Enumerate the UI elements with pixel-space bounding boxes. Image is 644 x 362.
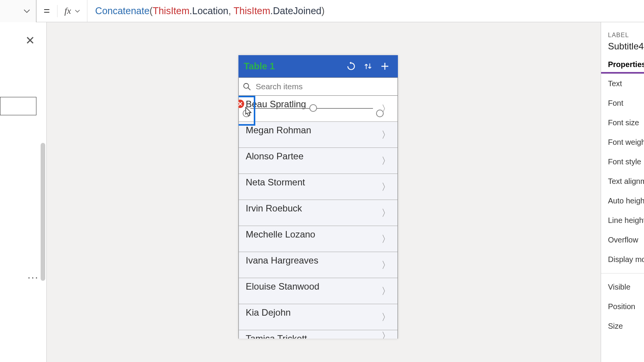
- formula-input[interactable]: Concatenate(ThisItem.Location, ThisItem.…: [87, 5, 325, 16]
- item-title: Kia Dejohn: [246, 307, 381, 318]
- list-item[interactable]: Mechelle Lozano 〉: [239, 226, 398, 252]
- token-thisitem: ThisItem: [233, 5, 270, 16]
- item-title: Megan Rohman: [246, 125, 381, 136]
- property-row[interactable]: Font size: [601, 113, 644, 133]
- item-title: Tamica Trickett: [246, 333, 381, 339]
- list-item[interactable]: Tamica Trickett 〉: [239, 330, 398, 339]
- left-panel: ✕ ···: [0, 22, 47, 362]
- chevron-right-icon[interactable]: 〉: [381, 207, 391, 219]
- chevron-down-icon: [23, 9, 30, 13]
- gallery-list: Beau Spratling 〉 ✕ Megan Rohman 〉 Alonso…: [238, 96, 398, 339]
- chevron-down-icon: [75, 9, 80, 13]
- app-header: Table 1: [238, 55, 398, 77]
- property-row[interactable]: Line height: [601, 211, 644, 230]
- list-item[interactable]: Ivana Hargreaves 〉: [239, 252, 398, 278]
- add-icon[interactable]: [377, 59, 393, 74]
- tab-properties[interactable]: Properties: [601, 57, 644, 74]
- list-item[interactable]: Elouise Stanwood 〉: [239, 278, 398, 304]
- control-type-label: LABEL: [601, 32, 644, 39]
- item-title: Neta Storment: [246, 177, 381, 188]
- refresh-icon[interactable]: [343, 59, 359, 74]
- token-property: .DateJoined: [270, 5, 321, 16]
- item-title: Irvin Roebuck: [246, 203, 381, 214]
- property-row[interactable]: Visible: [601, 277, 644, 297]
- properties-panel: LABEL Subtitle4 Properties Text Font Fon…: [601, 22, 644, 362]
- list-item[interactable]: Neta Storment 〉: [239, 174, 398, 200]
- fx-button[interactable]: fx: [58, 0, 87, 22]
- sort-icon[interactable]: [360, 59, 376, 74]
- search-input[interactable]: [256, 82, 394, 91]
- property-row[interactable]: Font style: [601, 152, 644, 172]
- token-thisitem: ThisItem: [153, 5, 189, 16]
- divider: [601, 273, 644, 274]
- chevron-right-icon[interactable]: 〉: [381, 155, 391, 167]
- property-row[interactable]: Overflow: [601, 230, 644, 250]
- svg-line-1: [248, 88, 250, 90]
- equals-sign: =: [36, 5, 58, 17]
- list-item[interactable]: Irvin Roebuck 〉: [239, 200, 398, 226]
- property-row[interactable]: Size: [601, 316, 644, 336]
- property-row[interactable]: Text: [601, 74, 644, 93]
- chevron-right-icon[interactable]: 〉: [381, 181, 391, 193]
- selection-track: [250, 108, 310, 109]
- item-title: Alonso Partee: [246, 151, 381, 162]
- design-canvas[interactable]: Table 1 Beau Spratling 〉 ✕: [47, 22, 601, 362]
- chevron-right-icon[interactable]: 〉: [381, 129, 391, 141]
- property-row[interactable]: Position: [601, 297, 644, 316]
- list-item[interactable]: Alonso Partee 〉: [239, 148, 398, 174]
- more-menu-icon[interactable]: ···: [28, 271, 39, 283]
- properties-tabs: Properties: [601, 57, 644, 74]
- svg-point-0: [244, 84, 249, 88]
- resize-handle[interactable]: [309, 104, 317, 112]
- chevron-right-icon[interactable]: 〉: [381, 311, 391, 323]
- property-row[interactable]: Font: [601, 93, 644, 113]
- chevron-right-icon[interactable]: 〉: [381, 285, 391, 297]
- item-title: Ivana Hargreaves: [246, 255, 381, 266]
- search-box[interactable]: [238, 77, 398, 96]
- token-function: Concatenate: [95, 5, 150, 16]
- property-row[interactable]: Font weight: [601, 133, 644, 152]
- formula-bar: = fx Concatenate(ThisItem.Location, This…: [0, 0, 644, 22]
- left-input-field[interactable]: [0, 97, 36, 115]
- list-item[interactable]: Megan Rohman 〉: [239, 122, 398, 148]
- control-name[interactable]: Subtitle4: [601, 39, 644, 52]
- chevron-right-icon[interactable]: 〉: [381, 330, 391, 339]
- property-row[interactable]: Text alignment: [601, 172, 644, 191]
- list-item[interactable]: Kia Dejohn 〉: [239, 304, 398, 330]
- chevron-right-icon[interactable]: 〉: [381, 233, 391, 245]
- fx-icon: fx: [64, 6, 71, 16]
- property-row[interactable]: Auto height: [601, 191, 644, 211]
- chevron-right-icon[interactable]: 〉: [381, 259, 391, 271]
- close-icon[interactable]: ✕: [25, 34, 35, 47]
- app-title: Table 1: [244, 61, 342, 72]
- search-icon: [243, 82, 251, 91]
- selection-track: [315, 108, 373, 109]
- list-item[interactable]: Beau Spratling 〉 ✕: [239, 96, 398, 122]
- property-row[interactable]: Display mode: [601, 250, 644, 269]
- token-property: .Location: [189, 5, 228, 16]
- app-preview: Table 1 Beau Spratling 〉 ✕: [238, 55, 398, 339]
- item-title: Elouise Stanwood: [246, 281, 381, 292]
- scrollbar-thumb[interactable]: [41, 143, 45, 281]
- property-dropdown[interactable]: [0, 0, 36, 22]
- resize-handle[interactable]: [376, 110, 384, 117]
- item-title: Mechelle Lozano: [246, 229, 381, 240]
